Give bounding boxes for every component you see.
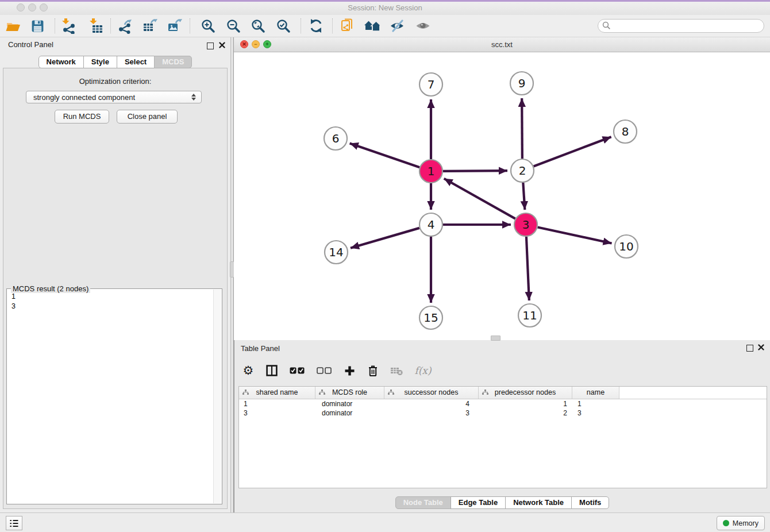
control-panel-tabs: NetworkStyleSelectMCDS xyxy=(0,56,230,68)
close-panel-icon[interactable] xyxy=(219,42,225,48)
double-house-icon xyxy=(363,18,382,33)
float-table-panel-icon[interactable] xyxy=(746,345,753,352)
hide-selected-button[interactable] xyxy=(387,17,407,35)
optimization-criterion-label: Optimization criterion: xyxy=(3,77,227,86)
tab-network[interactable]: Network xyxy=(38,56,84,68)
mcds-result-line: 3 xyxy=(11,302,213,311)
result-scrollbar[interactable] xyxy=(213,290,221,503)
table-row[interactable]: 3dominator323 xyxy=(239,408,767,418)
network-window-title: scc.txt xyxy=(234,37,770,52)
table-row[interactable]: 1dominator411 xyxy=(239,399,767,408)
tab-motifs[interactable]: Motifs xyxy=(571,496,609,509)
import-network-button[interactable] xyxy=(58,17,78,35)
show-all-button[interactable] xyxy=(413,17,433,35)
import-table-button[interactable] xyxy=(86,17,105,35)
status-bar: Memory xyxy=(0,512,770,532)
graph-node-3[interactable]: 3 xyxy=(514,213,537,236)
criterion-dropdown[interactable]: strongly connected component xyxy=(26,91,202,103)
graph-edge-2-3[interactable] xyxy=(523,183,525,210)
tab-edge-table[interactable]: Edge Table xyxy=(451,496,506,509)
column-header-predecessor-nodes[interactable]: predecessor nodes xyxy=(479,387,572,399)
graph-edge-3-11[interactable] xyxy=(526,237,529,300)
tab-network-table[interactable]: Network Table xyxy=(505,496,572,509)
column-header-name[interactable]: name xyxy=(572,387,619,399)
toolbar-separator xyxy=(55,18,55,33)
run-mcds-button[interactable]: Run MCDS xyxy=(55,110,109,124)
node-table: shared nameMCDS rolesuccessor nodesprede… xyxy=(238,386,767,488)
table-settings-button[interactable]: ⚙ xyxy=(241,363,255,378)
function-builder-button[interactable]: f(x) xyxy=(413,363,433,378)
graph-edge-2-8[interactable] xyxy=(534,137,611,166)
column-header-shared-name[interactable]: shared name xyxy=(239,387,315,399)
toolbar-separator xyxy=(110,18,111,33)
column-header-successor-nodes[interactable]: successor nodes xyxy=(384,387,479,399)
select-all-button[interactable] xyxy=(288,363,306,378)
open-button[interactable] xyxy=(3,17,23,35)
task-history-button[interactable] xyxy=(6,516,22,530)
graph-node-7[interactable]: 7 xyxy=(419,73,442,96)
close-panel-button[interactable]: Close panel xyxy=(117,110,178,124)
tab-node-table[interactable]: Node Table xyxy=(395,496,451,509)
table-panel-tabs: Node TableEdge TableNetwork TableMotifs xyxy=(234,496,770,509)
fx-icon: f(x) xyxy=(414,365,431,376)
table-body: 1dominator4113dominator323 xyxy=(239,399,767,418)
export-image-button[interactable] xyxy=(165,17,185,35)
close-table-panel-icon[interactable] xyxy=(758,344,764,350)
home-button[interactable] xyxy=(363,17,382,35)
delete-table-button[interactable] xyxy=(390,363,403,378)
network-from-file-button[interactable] xyxy=(338,17,357,35)
node-label: 4 xyxy=(428,218,435,232)
graph-edge-3-1[interactable] xyxy=(444,179,515,219)
mcds-result-line: 1 xyxy=(11,292,213,302)
network-canvas[interactable]: 7968124314101511 xyxy=(234,52,770,340)
zoom-selected-button[interactable] xyxy=(274,17,293,35)
zoom-fit-button[interactable] xyxy=(248,17,268,35)
node-label: 7 xyxy=(428,78,435,91)
split-view-button[interactable] xyxy=(265,363,279,378)
graph-node-1[interactable]: 1 xyxy=(419,160,442,183)
tab-style[interactable]: Style xyxy=(83,56,117,68)
node-label: 10 xyxy=(619,240,633,253)
deselect-all-button[interactable] xyxy=(315,363,333,378)
graph-node-6[interactable]: 6 xyxy=(324,127,347,150)
search-input[interactable] xyxy=(613,20,759,32)
zoom-in-button[interactable] xyxy=(198,17,218,35)
window-top-edge xyxy=(0,0,770,2)
save-button[interactable] xyxy=(28,17,47,35)
graph-edge-4-14[interactable] xyxy=(351,228,419,248)
graph-node-14[interactable]: 14 xyxy=(325,241,348,264)
add-column-button[interactable] xyxy=(342,363,356,378)
graph-node-15[interactable]: 15 xyxy=(419,306,442,329)
node-label: 14 xyxy=(329,245,343,259)
graph-node-4[interactable]: 4 xyxy=(419,213,442,236)
import-network-icon xyxy=(60,18,76,34)
search-icon xyxy=(602,21,611,30)
graph-node-11[interactable]: 11 xyxy=(518,304,541,327)
table-cell: 3 xyxy=(572,408,619,418)
export-network-button[interactable] xyxy=(116,17,135,35)
horizontal-splitter-handle[interactable] xyxy=(491,336,500,341)
graph-node-8[interactable]: 8 xyxy=(614,120,637,143)
table-cell: 4 xyxy=(384,399,479,408)
graph-node-9[interactable]: 9 xyxy=(510,72,533,95)
graph-node-2[interactable]: 2 xyxy=(511,159,534,182)
zoom-out-button[interactable] xyxy=(224,17,243,35)
graph-edge-1-2[interactable] xyxy=(443,171,507,171)
tab-select[interactable]: Select xyxy=(117,56,155,68)
unchecked-boxes-icon xyxy=(317,367,332,374)
graph-node-10[interactable]: 10 xyxy=(615,235,638,258)
graph-edge-2-9[interactable] xyxy=(522,98,522,159)
delete-column-button[interactable] xyxy=(366,363,380,378)
table-cell: 1 xyxy=(479,399,572,408)
export-table-button[interactable] xyxy=(141,17,160,35)
split-columns-icon xyxy=(266,365,278,376)
memory-button[interactable]: Memory xyxy=(717,516,765,530)
window-titlebar: Session: New Session xyxy=(0,0,770,15)
control-panel: Control Panel NetworkStyleSelectMCDS Opt… xyxy=(0,37,230,512)
tab-mcds[interactable]: MCDS xyxy=(154,56,192,68)
column-header-MCDS-role[interactable]: MCDS role xyxy=(315,387,384,399)
graph-edge-3-10[interactable] xyxy=(538,227,612,243)
refresh-button[interactable] xyxy=(306,17,326,35)
float-panel-icon[interactable] xyxy=(207,43,214,49)
graph-edge-1-6[interactable] xyxy=(350,143,420,167)
